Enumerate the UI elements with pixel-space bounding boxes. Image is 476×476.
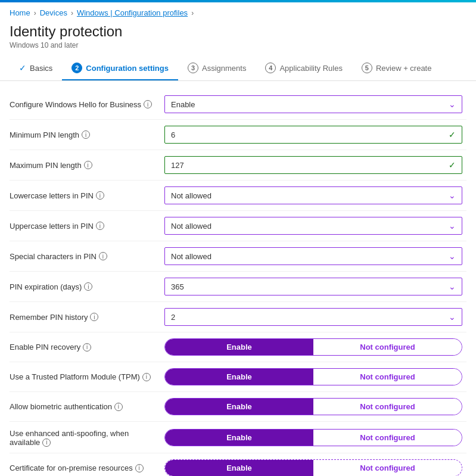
dropdown-pin-expiration[interactable]: 365 ⌄ (164, 278, 462, 295)
info-icon-lowercase[interactable]: i (96, 191, 104, 200)
setting-pin-expiration: PIN expiration (days) i 365 ⌄ (10, 273, 466, 300)
dropdown-special[interactable]: Not allowed ⌄ (164, 247, 462, 265)
tab-assignments-badge: 3 (188, 63, 198, 73)
label-anti-spoofing: Use enhanced anti-spoofing, when availab… (10, 428, 164, 447)
control-certificate: Enable Not configured (164, 459, 466, 476)
label-min-pin: Minimum PIN length i (10, 130, 164, 139)
info-icon-pin-expiration[interactable]: i (84, 282, 92, 291)
tabs-bar: ✓ Basics 2 Configuration settings 3 Assi… (0, 57, 476, 81)
control-biometric: Enable Not configured (164, 398, 466, 415)
info-icon-special[interactable]: i (99, 252, 107, 260)
info-icon-tpm[interactable]: i (142, 373, 151, 381)
setting-biometric: Allow biometric authentication i Enable … (10, 393, 466, 420)
toggle-enable-anti-spoofing[interactable]: Enable (165, 430, 313, 446)
label-uppercase: Uppercase letters in PIN i (10, 222, 164, 231)
setting-certificate: Certificate for on-premise resources i E… (10, 455, 466, 476)
divider (10, 362, 466, 362)
info-icon-min-pin[interactable]: i (82, 130, 90, 139)
tab-review[interactable]: 5 Review + create (352, 57, 441, 80)
divider (10, 210, 466, 211)
label-lowercase: Lowercase letters in PIN i (10, 191, 164, 200)
control-uppercase: Not allowed ⌄ (164, 217, 466, 235)
divider (10, 271, 466, 272)
info-icon-biometric[interactable]: i (114, 403, 123, 411)
label-biometric: Allow biometric authentication i (10, 402, 164, 411)
chevron-down-icon: ⌄ (449, 99, 456, 109)
info-icon-whfb[interactable]: i (144, 100, 152, 108)
setting-tpm: Use a Trusted Platform Module (TPM) i En… (10, 363, 466, 390)
page-header: Identity protection Windows 10 and later (0, 21, 476, 57)
setting-max-pin: Maximum PIN length i 127 ✓ (10, 151, 466, 179)
dropdown-pin-history-value: 2 (171, 313, 449, 322)
control-special: Not allowed ⌄ (164, 247, 466, 265)
label-certificate: Certificate for on-premise resources i (10, 463, 164, 472)
info-icon-max-pin[interactable]: i (84, 161, 92, 169)
tab-configuration-label: Configuration settings (86, 64, 169, 73)
info-icon-uppercase[interactable]: i (96, 222, 104, 230)
control-pin-history: 2 ⌄ (164, 308, 466, 326)
toggle-not-configured-tpm[interactable]: Not configured (313, 369, 462, 385)
setting-pin-recovery: Enable PIN recovery i Enable Not configu… (10, 334, 466, 360)
tab-configuration[interactable]: 2 Configuration settings (62, 57, 178, 80)
input-max-pin[interactable]: 127 ✓ (164, 156, 462, 174)
input-min-pin-value: 6 (171, 130, 449, 139)
divider (10, 119, 466, 120)
toggle-not-configured-pin-recovery[interactable]: Not configured (313, 339, 462, 355)
divider (10, 301, 466, 302)
info-icon-certificate[interactable]: i (135, 464, 144, 472)
breadcrumb-devices[interactable]: Devices (40, 8, 67, 17)
divider (10, 241, 466, 241)
toggle-pin-recovery: Enable Not configured (164, 338, 462, 356)
chevron-down-icon: ⌄ (449, 191, 456, 200)
breadcrumb: Home › Devices › Windows | Configuration… (0, 2, 476, 21)
breadcrumb-config-profiles[interactable]: Windows | Configuration profiles (77, 8, 188, 17)
page-subtitle: Windows 10 and later (10, 41, 466, 49)
breadcrumb-sep1: › (34, 9, 36, 17)
info-icon-pin-recovery[interactable]: i (83, 343, 91, 351)
tab-basics[interactable]: ✓ Basics (10, 57, 62, 80)
info-icon-anti-spoofing[interactable]: i (42, 438, 51, 447)
setting-configure-whfb: Configure Windows Hello for Business i E… (10, 91, 466, 118)
dropdown-whfb-value: Enable (171, 100, 449, 109)
control-anti-spoofing: Enable Not configured (164, 429, 466, 446)
dropdown-lowercase[interactable]: Not allowed ⌄ (164, 186, 462, 204)
info-icon-pin-history[interactable]: i (90, 313, 98, 321)
toggle-not-configured-anti-spoofing[interactable]: Not configured (313, 430, 462, 446)
divider (10, 453, 466, 453)
breadcrumb-home[interactable]: Home (10, 8, 30, 17)
tab-applicability[interactable]: 4 Applicability Rules (256, 57, 352, 80)
chevron-down-icon: ⌄ (449, 282, 456, 291)
toggle-tpm: Enable Not configured (164, 368, 462, 385)
dropdown-whfb[interactable]: Enable ⌄ (164, 95, 462, 113)
label-pin-recovery: Enable PIN recovery i (10, 343, 164, 351)
dropdown-pin-history[interactable]: 2 ⌄ (164, 308, 462, 326)
toggle-enable-certificate[interactable]: Enable (165, 460, 313, 476)
toggle-not-configured-biometric[interactable]: Not configured (313, 399, 462, 415)
valid-icon-max-pin: ✓ (449, 160, 456, 170)
label-pin-expiration: PIN expiration (days) i (10, 282, 164, 291)
input-min-pin[interactable]: 6 ✓ (164, 126, 462, 144)
control-pin-expiration: 365 ⌄ (164, 278, 466, 295)
toggle-enable-pin-recovery[interactable]: Enable (165, 339, 313, 355)
chevron-down-icon: ⌄ (449, 312, 456, 322)
tab-basics-label: Basics (30, 64, 52, 73)
label-max-pin: Maximum PIN length i (10, 161, 164, 170)
tab-applicability-label: Applicability Rules (279, 64, 343, 73)
control-pin-recovery: Enable Not configured (164, 338, 466, 356)
tab-assignments[interactable]: 3 Assignments (178, 57, 256, 80)
control-lowercase: Not allowed ⌄ (164, 186, 466, 204)
dropdown-special-value: Not allowed (171, 252, 449, 261)
divider (10, 150, 466, 150)
toggle-not-configured-certificate[interactable]: Not configured (313, 460, 462, 476)
dropdown-uppercase-value: Not allowed (171, 222, 449, 231)
divider (10, 391, 466, 392)
control-configure-whfb: Enable ⌄ (164, 95, 466, 113)
label-configure-whfb: Configure Windows Hello for Business i (10, 100, 164, 109)
label-pin-history: Remember PIN history i (10, 313, 164, 322)
dropdown-uppercase[interactable]: Not allowed ⌄ (164, 217, 462, 235)
toggle-enable-biometric[interactable]: Enable (165, 399, 313, 415)
toggle-anti-spoofing: Enable Not configured (164, 429, 462, 446)
tab-review-badge: 5 (362, 63, 372, 73)
toggle-certificate: Enable Not configured (164, 459, 462, 476)
toggle-enable-tpm[interactable]: Enable (165, 369, 313, 385)
